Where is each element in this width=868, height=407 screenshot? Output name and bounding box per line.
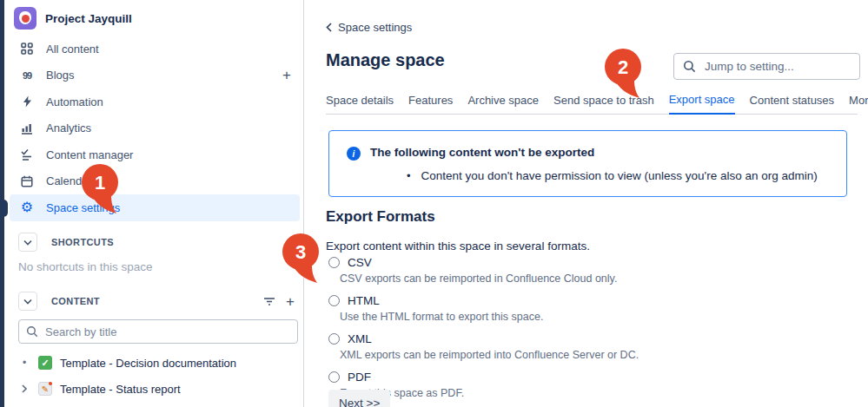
calendar-icon: [19, 175, 35, 187]
sidebar-item-label: All content: [46, 43, 99, 56]
annotation-step-1: 1: [80, 164, 123, 214]
add-content-button[interactable]: +: [286, 294, 295, 309]
sidebar-item-label: Analytics: [46, 121, 91, 135]
collapse-content-button[interactable]: [18, 292, 37, 311]
tree-item-label: Template - Decision documentation: [60, 357, 236, 370]
info-panel-bullet-text: Content you don't have permission to vie…: [421, 169, 818, 182]
format-option-csv: CSV CSV exports can be reimported in Con…: [328, 254, 639, 285]
radio-button[interactable]: [328, 371, 340, 383]
sidebar-item-all-content[interactable]: All content: [10, 36, 300, 62]
format-label: XML: [348, 332, 372, 345]
annotation-number: 2: [618, 56, 628, 78]
radio-button[interactable]: [328, 333, 340, 345]
format-label: PDF: [348, 371, 371, 384]
format-label: HTML: [348, 294, 380, 307]
sidebar-search: [18, 319, 298, 344]
pdf-radio-row[interactable]: PDF: [328, 369, 639, 384]
sidebar-item-analytics[interactable]: Analytics: [10, 115, 300, 142]
html-radio-row[interactable]: HTML: [328, 292, 639, 308]
sidebar-item-label: Blogs: [46, 69, 75, 82]
main-content: Space settings Manage space Space detail…: [305, 0, 868, 407]
tabs-more-dropdown[interactable]: More: [849, 94, 868, 114]
active-nav-indicator: [0, 200, 8, 217]
format-description: CSV exports can be reimported in Conflue…: [340, 272, 639, 285]
tab-features[interactable]: Features: [408, 94, 453, 114]
chevron-left-icon: [326, 23, 332, 32]
info-icon: i: [347, 147, 361, 161]
status-report-icon: ✎: [38, 382, 52, 396]
csv-radio-row[interactable]: CSV: [328, 254, 639, 270]
sidebar-item-blogs[interactable]: 99 Blogs +: [10, 62, 300, 89]
gear-icon: ⚙: [19, 200, 35, 214]
no-shortcuts-text: No shortcuts in this space: [18, 260, 153, 273]
back-link-label: Space settings: [338, 21, 412, 34]
add-blog-button[interactable]: +: [282, 68, 291, 82]
radio-button[interactable]: [328, 295, 340, 306]
space-avatar-icon: [14, 7, 36, 30]
format-label: CSV: [348, 256, 372, 269]
content-section-header: CONTENT +: [18, 292, 295, 311]
bullet-glyph: •: [407, 169, 411, 182]
page-title: Manage space: [326, 50, 445, 70]
annotation-step-2: 2: [603, 49, 646, 99]
search-icon: [26, 325, 38, 338]
tab-archive-space[interactable]: Archive space: [467, 94, 539, 114]
space-header[interactable]: Project Jayquill: [14, 5, 132, 31]
filter-icon[interactable]: [263, 297, 275, 306]
back-to-space-settings-link[interactable]: Space settings: [326, 21, 412, 34]
settings-tabs: Space details Features Archive space Sen…: [326, 91, 858, 115]
checklist-icon: [19, 148, 35, 161]
sidebar-item-automation[interactable]: Automation: [10, 89, 300, 115]
grid-icon: [19, 43, 35, 55]
bullet-glyph: •: [18, 357, 30, 369]
format-option-html: HTML Use the HTML format to export this …: [328, 292, 639, 323]
export-formats-description: Export content within this space in seve…: [326, 240, 590, 253]
blogs-quote-icon: 99: [19, 70, 35, 81]
export-info-panel: i The following content won't be exporte…: [328, 130, 847, 197]
tab-export-space[interactable]: Export space: [669, 93, 735, 115]
decision-doc-icon: ✓: [38, 356, 52, 370]
sidebar-item-content-manager[interactable]: Content manager: [10, 141, 300, 168]
collapse-shortcuts-button[interactable]: [18, 233, 37, 252]
xml-radio-row[interactable]: XML: [328, 331, 639, 346]
next-button[interactable]: Next >>: [328, 390, 390, 407]
tab-content-statuses[interactable]: Content statuses: [750, 94, 835, 114]
chevron-right-icon[interactable]: [18, 384, 30, 393]
search-icon: [683, 60, 696, 73]
jump-to-setting-input[interactable]: [705, 60, 851, 73]
export-format-options: CSV CSV exports can be reimported in Con…: [328, 254, 639, 407]
sidebar: Project Jayquill All content 99 Blogs + …: [4, 0, 304, 407]
sidebar-nav: All content 99 Blogs + Automation Analyt…: [10, 36, 300, 221]
more-label: More: [849, 94, 868, 107]
jump-to-setting-search: [673, 53, 860, 80]
tab-space-details[interactable]: Space details: [326, 94, 394, 114]
sidebar-item-label: Automation: [46, 95, 103, 108]
annotation-number: 3: [295, 241, 306, 263]
radio-button[interactable]: [328, 257, 340, 268]
annotation-step-3: 3: [281, 233, 324, 284]
tree-item-status-report[interactable]: ✎ Template - Status report: [18, 379, 181, 398]
tree-item-label: Template - Status report: [60, 383, 181, 396]
bar-chart-icon: [19, 122, 35, 135]
tree-item-decision-doc[interactable]: • ✓ Template - Decision documentation: [18, 353, 236, 372]
content-title: CONTENT: [51, 296, 100, 306]
format-option-xml: XML XML exports can be reimported into C…: [328, 331, 639, 361]
confluence-space-settings-screen: Project Jayquill All content 99 Blogs + …: [0, 0, 868, 407]
shortcuts-section-header: SHORTCUTS +: [18, 233, 295, 252]
shortcuts-title: SHORTCUTS: [51, 237, 114, 247]
sidebar-item-space-settings[interactable]: ⚙ Space settings: [10, 194, 300, 221]
sidebar-item-calendars[interactable]: Calendars: [10, 168, 300, 195]
info-panel-title: The following content won't be exported: [370, 146, 594, 159]
search-by-title-input[interactable]: [45, 325, 290, 338]
space-name: Project Jayquill: [45, 12, 132, 25]
sidebar-item-label: Content manager: [46, 148, 133, 161]
lightning-icon: [19, 95, 35, 108]
annotation-number: 1: [95, 172, 105, 194]
format-description: Use the HTML format to export this space…: [340, 311, 639, 323]
export-formats-heading: Export Formats: [326, 208, 435, 226]
format-description: XML exports can be reimported into Confl…: [340, 349, 639, 361]
